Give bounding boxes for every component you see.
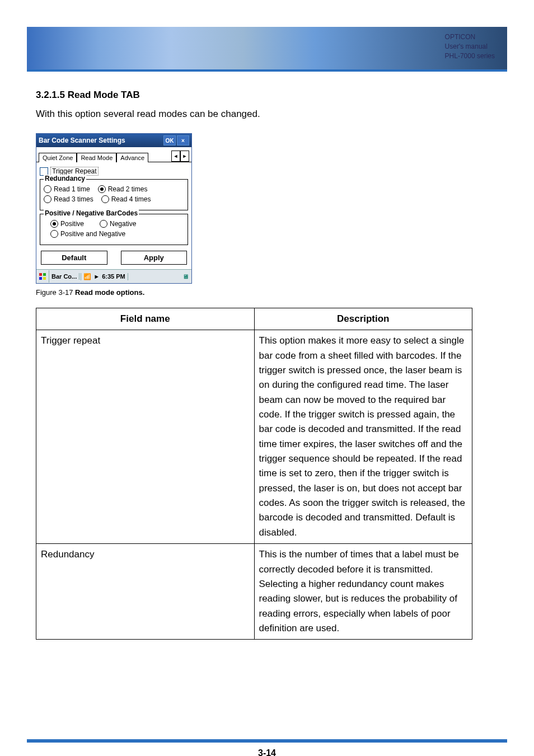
table-header-description: Description	[254, 308, 472, 330]
taskbar-app[interactable]: Bar Co...	[49, 273, 79, 280]
tab-quiet-zone[interactable]: Quiet Zone	[39, 153, 77, 162]
table-header-field: Field name	[36, 308, 255, 330]
close-button[interactable]: ×	[177, 135, 189, 145]
system-tray: 📶 ► 6:35 PM	[81, 273, 128, 280]
speaker-icon: ►	[93, 273, 100, 280]
svg-rect-3	[43, 277, 46, 280]
radio-icon	[44, 185, 51, 193]
tab-panel: Trigger Repeat Redundancy Read 1 time Re…	[36, 162, 191, 269]
desc-cell: This option makes it more easy to select…	[254, 330, 472, 544]
figure-caption: Figure 3-17 Read mode options.	[36, 288, 498, 297]
apply-button[interactable]: Apply	[121, 251, 188, 265]
tab-read-mode[interactable]: Read Mode	[77, 153, 116, 162]
default-button[interactable]: Default	[41, 251, 107, 265]
svg-rect-0	[39, 273, 42, 276]
description-table: Field name Description Trigger repeat Th…	[36, 308, 472, 640]
redundancy-fieldset: Redundancy Read 1 time Read 2 times Read…	[40, 179, 188, 210]
table-row: Redundancy This is the number of times t…	[36, 544, 472, 640]
intro-paragraph: With this option several read modes can …	[36, 109, 498, 120]
radio-icon	[44, 195, 51, 203]
radio-icon	[98, 185, 106, 193]
tab-advance[interactable]: Advance	[116, 153, 148, 162]
taskbar-time: 6:35 PM	[102, 273, 125, 280]
posneg-legend: Positive / Negative BarCodes	[44, 209, 139, 217]
page-banner: OPTICON User's manual PHL-7000 series	[27, 27, 507, 69]
svg-rect-1	[43, 273, 46, 276]
banner-text: OPTICON User's manual PHL-7000 series	[445, 32, 495, 60]
footer-line	[27, 739, 507, 743]
radio-icon	[100, 220, 107, 228]
tab-scroll-left-icon[interactable]: ◄	[171, 151, 180, 162]
tab-scroll-right-icon[interactable]: ►	[180, 151, 189, 162]
window-titlebar: Bar Code Scanner Settings OK ×	[36, 134, 191, 147]
page-number: 3-14	[0, 748, 534, 756]
read-3-times-radio[interactable]: Read 3 times	[44, 195, 93, 203]
radio-icon	[50, 220, 58, 228]
svg-rect-2	[39, 277, 42, 280]
banner-line3: PHL-7000 series	[445, 51, 495, 61]
screenshot-figure: Bar Code Scanner Settings OK × Quiet Zon…	[36, 133, 498, 284]
banner-brand: OPTICON	[445, 32, 495, 42]
read-4-times-radio[interactable]: Read 4 times	[101, 195, 151, 203]
desc-cell: This is the number of times that a label…	[254, 544, 472, 640]
field-cell: Trigger repeat	[36, 330, 255, 544]
taskbar: Bar Co... 📶 ► 6:35 PM 🖥	[36, 269, 191, 283]
desktop-icon[interactable]: 🖥	[179, 273, 191, 280]
window-frame: Bar Code Scanner Settings OK × Quiet Zon…	[36, 133, 192, 284]
page-footer: 3-14	[0, 739, 534, 756]
radio-icon	[50, 230, 58, 238]
start-button-icon[interactable]	[36, 270, 49, 283]
field-cell: Redundancy	[36, 544, 255, 640]
positive-radio[interactable]: Positive	[50, 220, 84, 228]
banner-line2: User's manual	[445, 42, 495, 51]
section-heading: 3.2.1.5 Read Mode TAB	[36, 90, 498, 101]
posneg-fieldset: Positive / Negative BarCodes Positive Ne…	[40, 214, 188, 245]
positive-and-negative-radio[interactable]: Positive and Negative	[50, 230, 125, 238]
table-row: Trigger repeat This option makes it more…	[36, 330, 472, 544]
tab-strip: Quiet Zone Read Mode Advance ◄ ►	[36, 147, 191, 162]
ok-button[interactable]: OK	[163, 135, 176, 145]
signal-icon: 📶	[83, 273, 91, 280]
radio-icon	[101, 195, 109, 203]
negative-radio[interactable]: Negative	[100, 220, 136, 228]
read-2-times-radio[interactable]: Read 2 times	[98, 185, 148, 193]
redundancy-legend: Redundancy	[44, 175, 86, 182]
read-1-time-radio[interactable]: Read 1 time	[44, 185, 90, 193]
window-title: Bar Code Scanner Settings	[39, 137, 125, 144]
